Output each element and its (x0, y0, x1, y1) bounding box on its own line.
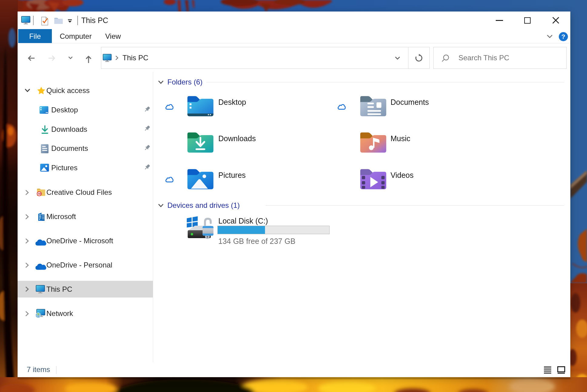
svg-text:?: ? (562, 33, 565, 40)
